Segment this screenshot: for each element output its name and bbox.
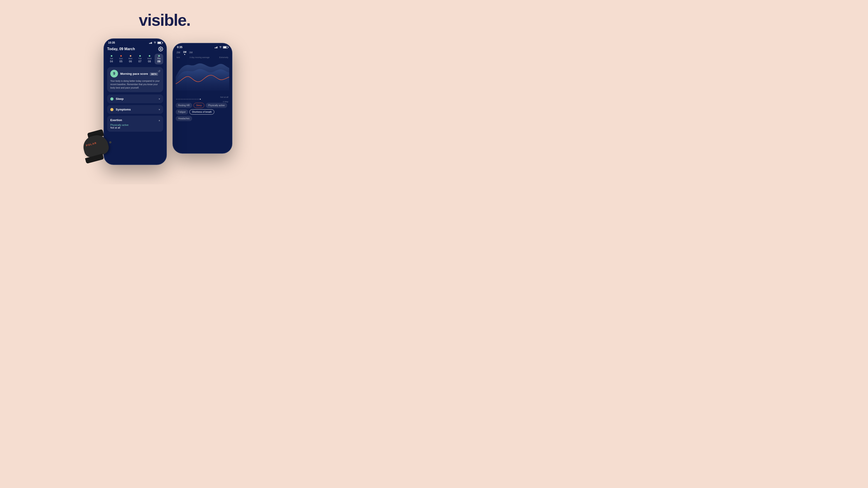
tab-1m-dot: [184, 54, 185, 55]
time-back: 0:35: [177, 46, 182, 49]
beta-badge: BETA: [150, 72, 158, 76]
date-sun[interactable]: Sun 05: [117, 54, 125, 64]
phone-front: 10:35 Today, 09 March: [103, 38, 167, 165]
wifi-icon: [153, 41, 156, 44]
date-wed[interactable]: Wed 08: [145, 54, 154, 64]
dot-active: [200, 99, 201, 100]
chart-labels: lent 3 day moving average Extremely: [176, 56, 229, 59]
dot-11: [192, 99, 193, 100]
dot-3: [179, 99, 180, 100]
sleep-section[interactable]: Sleep ▾: [107, 94, 163, 103]
status-icons-front: [149, 41, 162, 44]
dot-15: [198, 99, 199, 100]
exertion-header: Exertion ▴: [110, 119, 160, 122]
date-row: Sat 04 Sun 05 Mon 06 Tue 07: [107, 54, 163, 64]
tab-1m-container: 1M: [183, 50, 186, 55]
sleep-left: Sleep: [110, 97, 124, 101]
score-circle: 9: [110, 70, 118, 77]
dot-8: [187, 99, 188, 100]
symptoms-chevron: ▾: [159, 108, 160, 111]
chart-label-left: lent: [177, 56, 180, 59]
back-content: 2W 1M 3M lent 3 day moving average Extre…: [173, 50, 232, 121]
filter-sleep[interactable]: Sleep: [193, 103, 204, 108]
refresh-icon[interactable]: ↺: [158, 69, 160, 73]
filter-physically-active[interactable]: Physically active: [206, 103, 227, 108]
exertion-value: Not at all: [110, 126, 160, 129]
date-dot-thu: [158, 55, 160, 57]
dot-6: [184, 99, 185, 100]
bottom-date: 4 May: [176, 101, 229, 103]
wearable-art: POLAR: [79, 133, 113, 160]
dots-row: [176, 99, 229, 100]
date-mon[interactable]: Mon 06: [126, 54, 135, 64]
filter-resting-hr[interactable]: Resting HR: [176, 103, 192, 108]
tab-2w[interactable]: 2W: [177, 51, 180, 54]
date-thu[interactable]: Thu 09: [155, 54, 163, 64]
app-logo: visible.: [139, 11, 190, 29]
time-front: 10:35: [108, 41, 115, 44]
date-dot-sat: [111, 55, 112, 57]
pace-title: Morning pace score: [120, 72, 148, 75]
dot-2: [178, 99, 179, 100]
date-dot-wed: [149, 55, 150, 57]
dot-7: [186, 99, 186, 100]
date-dot-tue: [139, 55, 141, 57]
dot-10: [190, 99, 191, 100]
battery-icon: [157, 41, 162, 44]
phones-container: POLAR 10:35: [86, 34, 244, 169]
dot-14: [197, 99, 197, 100]
pace-title-area: Morning pace score BETA: [120, 72, 158, 76]
chart-svg: [176, 59, 229, 95]
chart-label-center: 3 day moving average: [189, 56, 210, 59]
pace-card: ↺ 9 Morning pace score BETA Your body is…: [107, 67, 163, 92]
wifi-icon-back: [219, 46, 222, 48]
sleep-label: Sleep: [116, 97, 124, 101]
phone-back: 0:35 2W 1M: [173, 43, 232, 154]
dot-4: [181, 99, 182, 100]
band-body: [81, 133, 110, 159]
logo-area: visible.: [139, 11, 190, 29]
date-tue[interactable]: Tue 07: [135, 54, 144, 64]
signal-icon: [149, 41, 152, 44]
filter-row-1: Resting HR Sleep Physically active: [176, 103, 229, 108]
dot-9: [189, 99, 190, 100]
tab-3m[interactable]: 3M: [189, 51, 193, 54]
filter-fatigue[interactable]: Fatigue: [176, 109, 188, 115]
pace-description: Your body is doing better today compared…: [110, 79, 160, 90]
symptoms-dot: [110, 108, 114, 111]
tab-1m[interactable]: 1M: [183, 51, 186, 53]
exertion-label: Exertion: [110, 119, 122, 122]
sensor-bump: [109, 141, 112, 144]
dot-12: [193, 99, 194, 100]
exertion-sub: Physically active: [110, 124, 160, 126]
date-dot-sun: [120, 55, 122, 57]
signal-icon-back: [215, 46, 218, 48]
phone-header: Today, 09 March: [107, 45, 163, 54]
date-sat[interactable]: Sat 04: [107, 54, 116, 64]
filter-headaches[interactable]: Headaches: [176, 116, 192, 121]
dot-1: [176, 99, 177, 100]
symptoms-section[interactable]: Symptoms ▾: [107, 105, 163, 114]
symptoms-left: Symptoms: [110, 108, 131, 111]
status-bar-back: 0:35: [173, 43, 232, 50]
filter-shortness-breath[interactable]: Shortness of breath: [189, 109, 214, 115]
status-icons-back: [215, 46, 228, 48]
settings-icon[interactable]: [158, 46, 163, 52]
chart-label-right: Extremely: [219, 56, 228, 59]
exertion-chevron: ▴: [159, 119, 160, 122]
status-bar-front: 10:35: [104, 39, 166, 45]
exertion-section: Exertion ▴ Physically active Not at all: [107, 116, 163, 132]
front-content: Today, 09 March Sat 04 Sun 05: [104, 45, 166, 132]
symptoms-label: Symptoms: [116, 108, 131, 111]
time-tabs: 2W 1M 3M: [176, 50, 229, 55]
wearable-device: POLAR: [79, 133, 113, 163]
header-date: Today, 09 March: [107, 47, 135, 51]
chart-container: [176, 59, 229, 95]
sleep-dot: [110, 97, 114, 101]
dot-13: [195, 99, 196, 100]
not-at-all-label: Not at all: [176, 96, 229, 98]
pace-card-header: 9 Morning pace score BETA: [110, 70, 160, 77]
filter-row-2: Fatigue Shortness of breath Headaches: [176, 109, 229, 121]
sleep-chevron: ▾: [159, 97, 160, 101]
dot-5: [182, 99, 183, 100]
